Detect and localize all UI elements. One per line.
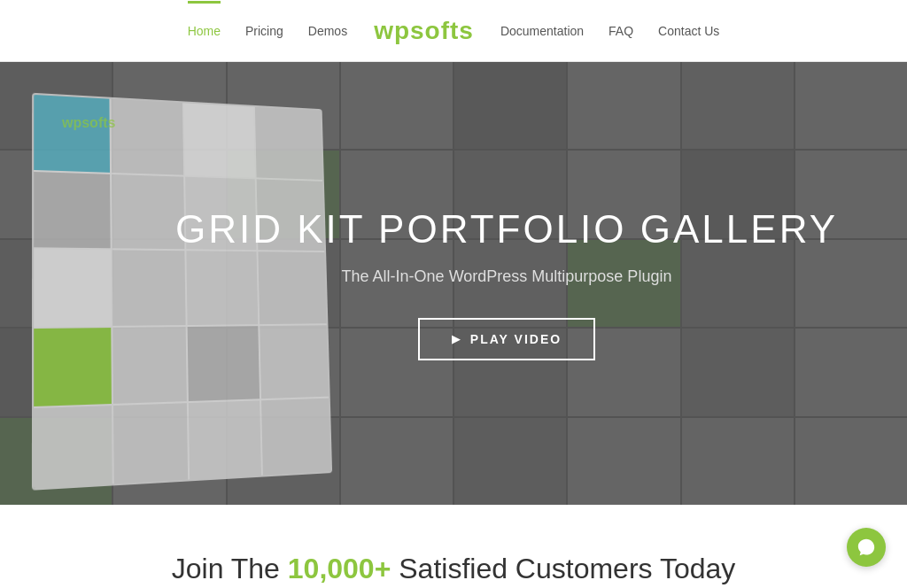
bottom-section: Join The 10,000+ Satisfied Customers Tod… [0, 505, 907, 588]
nav-left: Home Pricing Demos [188, 24, 348, 38]
play-video-button[interactable]: ▶ PLAY VIDEO [418, 318, 595, 360]
heading-start: Join The [172, 553, 288, 584]
device-watermark: wpsofts [62, 115, 115, 131]
nav-contact[interactable]: Contact Us [658, 24, 719, 38]
header: Home Pricing Demos wpsofts Documentation… [0, 0, 907, 62]
site-logo[interactable]: wpsofts [374, 17, 474, 45]
nav-demos[interactable]: Demos [308, 24, 347, 38]
nav-pricing[interactable]: Pricing [245, 24, 283, 38]
chat-icon [857, 538, 876, 557]
hero-section: wpsofts GRID KIT PORTFOLIO GALLERY The A… [0, 62, 907, 505]
hero-content: GRID KIT PORTFOLIO GALLERY The All-In-On… [175, 207, 838, 360]
nav-faq[interactable]: FAQ [609, 24, 633, 38]
play-video-label: PLAY VIDEO [470, 332, 562, 346]
chat-bubble[interactable] [847, 528, 886, 567]
nav-right: Documentation FAQ Contact Us [500, 24, 719, 38]
heading-highlight: 10,000+ [288, 553, 391, 584]
header-inner: Home Pricing Demos wpsofts Documentation… [55, 17, 852, 45]
nav-home[interactable]: Home [188, 24, 221, 38]
play-icon: ▶ [452, 333, 461, 345]
bottom-heading: Join The 10,000+ Satisfied Customers Tod… [53, 553, 854, 585]
hero-title: GRID KIT PORTFOLIO GALLERY [175, 207, 838, 251]
hero-subtitle: The All-In-One WordPress Multipurpose Pl… [175, 267, 838, 286]
nav-documentation[interactable]: Documentation [500, 24, 584, 38]
heading-end: Satisfied Customers Today [391, 553, 735, 584]
